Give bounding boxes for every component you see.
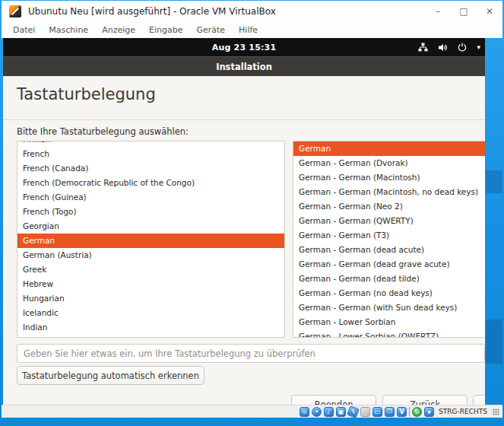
menu-item[interactable]: Hilfe (232, 25, 265, 35)
menu-item[interactable]: Maschine (42, 25, 95, 35)
list-item[interactable]: Greek (17, 262, 284, 277)
list-item[interactable]: German - German (Macintosh, no dead keys… (293, 185, 485, 199)
mouse-integration-icon[interactable] (412, 407, 422, 417)
resize-grip[interactable] (493, 409, 499, 415)
shared-folders-icon[interactable] (360, 407, 370, 417)
list-item[interactable]: Georgian (17, 219, 284, 234)
frame-scrollbar-shade (486, 320, 502, 364)
continue-button-partial[interactable] (473, 395, 485, 405)
keyboard-variant-list[interactable]: GermanGerman - German (Dvorak)German - G… (293, 141, 485, 338)
list-item[interactable]: German - German (Macintosh) (293, 170, 485, 185)
close-button[interactable]: ✕ (477, 1, 502, 21)
menu-item[interactable]: Geräte (189, 25, 232, 35)
installation-header: Installation (3, 56, 485, 76)
list-item[interactable]: German - German (no dead keys) (293, 286, 485, 300)
network-icon (418, 43, 428, 52)
harddisk-icon[interactable] (300, 407, 309, 417)
page-title: Tastaturbelegung (17, 85, 156, 103)
status-icons (300, 407, 434, 417)
menu-item[interactable]: Anzeige (95, 25, 142, 35)
volume-icon (438, 43, 448, 52)
vbox-status-bar: STRG-RECHTS (2, 405, 502, 418)
list-item[interactable]: German - Lower Sorbian (293, 315, 485, 329)
window-title: Ubunutu Neu [wird ausgeführt] - Oracle V… (28, 6, 276, 17)
list-item[interactable]: German - German (Dvorak) (293, 156, 485, 170)
audio-icon[interactable] (324, 407, 334, 417)
chevron-down-icon: ▾ (477, 44, 480, 51)
list-item[interactable]: German - German (with Sun dead keys) (293, 300, 485, 315)
display-icon[interactable] (372, 407, 382, 417)
vm-screen: Aug 23 15:31 ▾ Installation Tastaturbele… (3, 38, 485, 405)
usb-icon[interactable] (347, 405, 360, 418)
divider (3, 119, 485, 120)
list-item[interactable]: French (Canada) (17, 161, 284, 176)
virtualbox-window: Ubunutu Neu [wird ausgeführt] - Oracle V… (0, 0, 504, 426)
list-item[interactable]: German - German (Neo 2) (293, 199, 485, 214)
keyboard-layout-list[interactable]: FinnishFrenchFrench (Canada)French (Demo… (17, 141, 285, 338)
list-item[interactable]: Hungarian (17, 291, 284, 306)
list-item[interactable]: Indian (17, 320, 284, 335)
host-key-icon[interactable] (424, 407, 434, 417)
optical-icon[interactable] (312, 407, 322, 417)
menu-bar: DateiMaschineAnzeigeEingabeGeräteHilfe (2, 21, 502, 38)
list-item[interactable]: German (293, 141, 485, 156)
list-item[interactable]: Hebrew (17, 277, 284, 291)
menu-item[interactable]: Eingabe (142, 25, 189, 35)
frame-scrollbar-shade (486, 170, 502, 193)
separator (409, 407, 410, 416)
recording-icon[interactable] (385, 407, 395, 417)
menu-item[interactable]: Datei (6, 25, 42, 35)
list-item[interactable]: German - German (T3) (293, 228, 485, 243)
list-item[interactable]: German - Lower Sorbian (QWERTZ) (293, 329, 485, 338)
list-item[interactable]: Icelandic (17, 306, 284, 320)
list-item[interactable]: French (17, 147, 284, 161)
list-item[interactable]: German (17, 234, 284, 248)
list-item[interactable]: German - German (QWERTY) (293, 214, 485, 228)
list-item[interactable]: French (Togo) (17, 205, 284, 219)
keyboard-test-input[interactable] (17, 344, 485, 363)
clock[interactable]: Aug 23 15:31 (212, 43, 277, 52)
list-item[interactable]: German - German (dead acute) (293, 243, 485, 257)
window-controls: – □ ✕ (425, 1, 502, 21)
list-item[interactable]: German - German (dead tilde) (293, 272, 485, 286)
features-icon[interactable] (397, 407, 407, 417)
installation-title: Installation (216, 62, 272, 72)
list-item[interactable]: French (Guinea) (17, 190, 284, 205)
window-titlebar: Ubunutu Neu [wird ausgeführt] - Oracle V… (2, 1, 502, 21)
maximize-button[interactable]: □ (451, 1, 477, 21)
detect-keyboard-button[interactable]: Tastaturbelegung automatisch erkennen (17, 366, 204, 385)
back-button[interactable]: Zurück (382, 395, 468, 405)
list-item[interactable]: German - German (dead grave acute) (293, 257, 485, 272)
select-layout-prompt: Bitte Ihre Tastaturbelegung auswählen: (17, 126, 189, 137)
host-key-label: STRG-RECHTS (439, 408, 487, 415)
minimize-button[interactable]: – (425, 1, 451, 21)
list-item[interactable]: Finnish (17, 141, 284, 147)
system-status-area[interactable]: ▾ (418, 38, 480, 56)
quit-button[interactable]: Beenden (291, 395, 376, 405)
list-item[interactable]: French (Democratic Republic of the Congo… (17, 176, 284, 190)
power-icon (458, 43, 467, 52)
network-adapters-icon[interactable] (336, 407, 346, 417)
ubuntu-top-panel: Aug 23 15:31 ▾ (3, 38, 485, 56)
list-item[interactable]: German (Austria) (17, 248, 284, 262)
virtualbox-logo-icon (9, 5, 21, 17)
